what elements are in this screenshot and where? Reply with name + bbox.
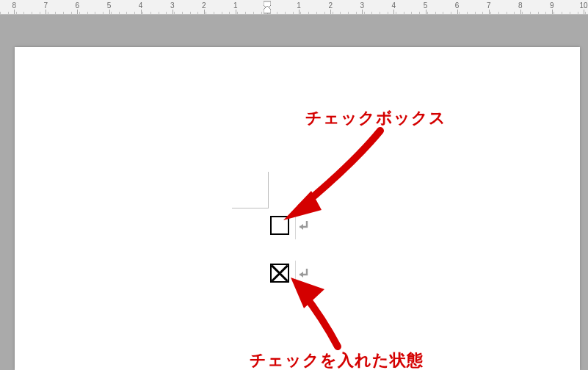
annotation-arrow-bottom-icon [286,275,374,355]
document-page[interactable]: チェックボックス チェックを入れた状態 [15,47,580,370]
ruler-label: 1 [233,1,238,10]
ruler-label: 8 [12,1,16,10]
ruler-label: 6 [455,1,460,10]
horizontal-ruler[interactable]: 1234567812345678910 [0,0,588,15]
ruler-label: 4 [139,1,143,10]
gutter [0,15,588,47]
ruler-label: 5 [107,1,112,10]
ruler-label: 9 [550,1,554,10]
svg-marker-5 [291,278,324,308]
ruler-label: 5 [424,1,428,10]
indent-marker-icon[interactable] [264,0,271,15]
ruler-label: 3 [360,1,365,10]
ruler-label: 7 [487,1,491,10]
annotation-arrow-top-icon [279,120,396,223]
ruler-label: 10 [579,1,587,10]
margin-guide-icon [232,172,269,208]
ruler-label: 1 [297,1,301,10]
svg-marker-2 [300,224,303,230]
ruler-label: 6 [76,1,80,10]
ruler-label: 2 [202,1,206,10]
svg-marker-1 [264,6,271,13]
ruler-label: 3 [170,1,175,10]
ruler-label: 4 [392,1,396,10]
ruler-label: 8 [518,1,523,10]
ruler-label: 7 [44,1,48,10]
ruler-label: 2 [328,1,333,10]
